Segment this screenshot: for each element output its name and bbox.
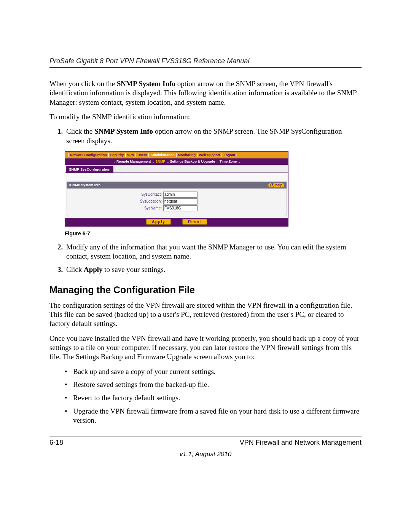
- page-footer: 6-18 VPN Firewall and Network Management: [49, 439, 362, 447]
- ui-panel: ≡ SNMP System Info ?help SysContact: Sys…: [65, 175, 288, 226]
- nav-separator: |: [134, 153, 137, 157]
- nav-separator: |: [175, 153, 178, 157]
- form-area: SysContact: SysLocation: SysName:: [67, 189, 287, 216]
- section2-paragraph-1: The configuration settings of the VPN fi…: [49, 301, 362, 329]
- topnav-monitoring[interactable]: Monitoring: [178, 153, 196, 157]
- bold-text: SNMP System Info: [117, 80, 175, 88]
- intro-paragraph-1: When you click on the SNMP System Info o…: [49, 79, 362, 107]
- steps-list-top: Click the SNMP System Info option arrow …: [49, 127, 362, 145]
- text: to save your settings.: [103, 265, 166, 273]
- nav-separator: |: [235, 153, 239, 157]
- bullet-item: Restore saved settings from the backed-u…: [73, 380, 362, 390]
- bullets-list: Back up and save a copy of your current …: [49, 367, 362, 425]
- row-syscontact: SysContact:: [69, 192, 284, 198]
- bold-text: Apply: [84, 265, 103, 273]
- ui-tab-row: SNMP SysConfiguration: [65, 165, 288, 173]
- syscontact-input[interactable]: [163, 192, 198, 198]
- apply-button[interactable]: Apply: [146, 219, 171, 225]
- text: Click: [66, 265, 84, 273]
- section-header-snmp-system-info: ≡ SNMP System Info ?help: [67, 182, 287, 189]
- text: SNMP System Info: [70, 183, 100, 187]
- step-3: Click Apply to save your settings.: [65, 265, 362, 275]
- bullet-item: Upgrade the VPN firewall firmware from a…: [73, 407, 362, 425]
- syscontact-label: SysContact:: [70, 192, 162, 197]
- topnav-vpn[interactable]: VPN: [127, 153, 134, 157]
- running-header: ProSafe Gigabit 8 Port VPN Firewall FVS3…: [49, 57, 362, 65]
- syslocation-label: SysLocation:: [70, 199, 162, 203]
- nav-separator: |: [67, 153, 70, 157]
- subnav-separator: ::: [113, 160, 115, 163]
- syslocation-input[interactable]: [163, 198, 198, 204]
- text: Click the: [66, 127, 94, 135]
- text: When you click on the: [49, 80, 117, 88]
- subnav-separator: ::: [217, 160, 218, 163]
- nav-separator: |: [220, 153, 224, 157]
- subnav-settings-backup-upgrade[interactable]: Settings Backup & Upgrade: [170, 160, 215, 163]
- version-line: v1.1, August 2010: [49, 451, 362, 458]
- page: ProSafe Gigabit 8 Port VPN Firewall FVS3…: [0, 0, 411, 532]
- help-icon: ?: [270, 183, 274, 187]
- header-rule: [49, 67, 362, 68]
- figure-screenshot: | Network Configuration | Security | VPN…: [65, 151, 362, 227]
- topnav-logout[interactable]: Logout: [223, 153, 235, 157]
- footer-rule: [49, 436, 362, 436]
- nav-separator: |: [196, 153, 199, 157]
- topnav-security[interactable]: Security: [110, 153, 124, 157]
- steps-list-bottom: Modify any of the information that you w…: [49, 243, 362, 275]
- row-syslocation: SysLocation:: [69, 198, 284, 204]
- subnav-remote-management[interactable]: Remote Management: [116, 160, 151, 163]
- subnav-time-zone[interactable]: Time Zone: [220, 160, 237, 163]
- section-heading-managing-configuration-file: Managing the Configuration File: [49, 284, 362, 296]
- topnav-administration[interactable]: Administration: [150, 153, 175, 157]
- subnav-separator: ::: [167, 160, 169, 163]
- nav-separator: |: [147, 153, 150, 157]
- subnav-separator: ::: [238, 160, 240, 163]
- chapter-title: VPN Firewall and Network Management: [240, 439, 362, 447]
- nav-separator: |: [107, 153, 110, 157]
- figure-caption: Figure 6-7: [65, 230, 362, 236]
- ui-subnav: :: Remote Management :: SNMP :: Settings…: [65, 158, 288, 165]
- row-sysname: SysName:: [69, 205, 284, 211]
- subnav-snmp[interactable]: SNMP: [156, 160, 166, 163]
- tab-snmp-sysconfiguration[interactable]: SNMP SysConfiguration: [66, 166, 113, 173]
- step-2: Modify any of the information that you w…: [65, 243, 362, 261]
- help-button[interactable]: ?help: [268, 183, 284, 187]
- topnav-users[interactable]: Users: [137, 153, 147, 157]
- help-label: help: [275, 183, 282, 187]
- bullet-item: Revert to the factory default settings.: [73, 393, 362, 403]
- step-1: Click the SNMP System Info option arrow …: [65, 127, 362, 145]
- ui-window: | Network Configuration | Security | VPN…: [65, 151, 288, 227]
- section-title-text: ≡ SNMP System Info: [69, 183, 100, 187]
- sysname-label: SysName:: [70, 206, 162, 210]
- button-row: Apply Reset: [65, 218, 288, 226]
- intro-paragraph-2: To modify the SNMP identification inform…: [49, 112, 362, 121]
- ui-topnav: | Network Configuration | Security | VPN…: [65, 152, 288, 158]
- reset-button[interactable]: Reset: [182, 219, 207, 225]
- section2-paragraph-2: Once you have installed the VPN firewall…: [49, 334, 362, 362]
- sysname-input[interactable]: [163, 205, 198, 211]
- nav-separator: |: [124, 153, 127, 157]
- topnav-network-configuration[interactable]: Network Configuration: [70, 153, 107, 157]
- bullet-item: Back up and save a copy of your current …: [73, 367, 362, 377]
- page-number: 6-18: [49, 439, 63, 447]
- topnav-web-support[interactable]: Web Support: [199, 153, 220, 157]
- panel-spacer: [67, 175, 287, 182]
- bold-text: SNMP System Info: [94, 127, 153, 135]
- subnav-separator: ::: [153, 160, 154, 163]
